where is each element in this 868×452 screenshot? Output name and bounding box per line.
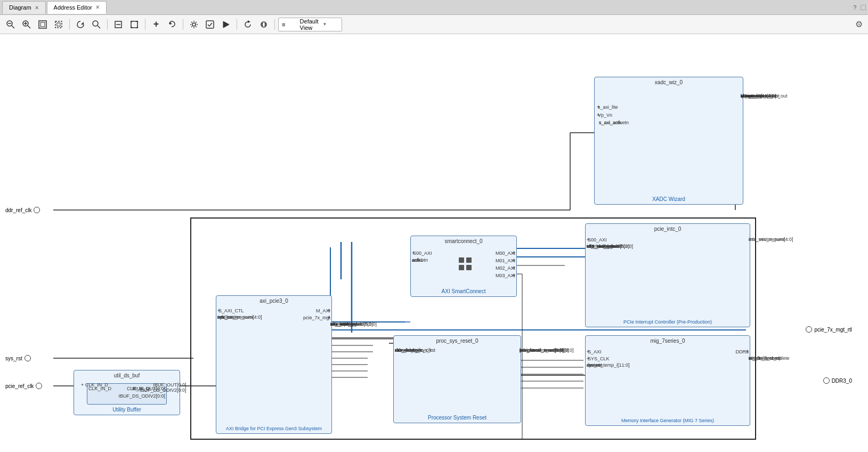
sep2: [107, 19, 108, 30]
axi-pcie3-label: axi_pcie3_0: [216, 298, 331, 304]
proc-sys-reset-title: Processor System Reset: [394, 414, 521, 422]
svg-rect-19: [206, 21, 214, 28]
expand-button[interactable]: [127, 17, 142, 32]
sys-rst-label: sys_rst: [5, 356, 22, 361]
ap-msi-vec-width: msi_vector_width[2:0]: [330, 321, 377, 327]
sc-m03-axi: M03_AXI: [496, 273, 515, 278]
add-button[interactable]: +: [149, 17, 164, 32]
zoom-area-button[interactable]: [89, 17, 104, 32]
util-ibuf-ds-odiv2: IBUF_DS_ODIV2[0:0]: [118, 393, 165, 399]
ddr3-out-label: DDR3_0: [832, 378, 852, 384]
view-dropdown-arrow: ▼: [322, 22, 338, 27]
smartconnect-title: AXI SmartConnect: [411, 287, 516, 295]
svg-rect-67: [466, 265, 472, 270]
zoom-out-button[interactable]: [3, 17, 18, 32]
ap-s-axi-ctl: S_AXI_CTL: [218, 308, 244, 313]
smartconnect-label: smartconnect_0: [411, 238, 516, 244]
util-clk-in-d-detail: + CLK_IN_D: [81, 382, 108, 388]
psr-dcm-locked: dcm_locked: [395, 348, 420, 353]
pcie-intc-title: PCIe Interrupt Controller (Pre-Productio…: [586, 318, 750, 326]
ddr-ref-clk-label: ddr_ref_clk: [5, 207, 31, 213]
xadc-wiz-label: xadc_wiz_0: [595, 79, 743, 85]
ap-pcie-7x-mgt: pcie_7x_mgt: [303, 315, 330, 320]
mig-7series-title: Memory Interface Generator (MIG 7 Series…: [586, 417, 750, 424]
properties-button[interactable]: [186, 17, 201, 32]
collapse-button[interactable]: [111, 17, 126, 32]
tab-address-editor-label: Address Editor: [54, 4, 92, 11]
ddr3-out-shape: [823, 377, 830, 384]
mig-init-calib: init_calib_complete: [749, 356, 790, 361]
sc-switch-icon: [458, 256, 473, 271]
sys-rst-shape: [25, 355, 31, 361]
proc-sys-reset-block: proc_sys_reset_0 slowest_sync_clk ext_re…: [393, 335, 521, 423]
reset-button[interactable]: [73, 17, 88, 32]
tab-diagram-close[interactable]: ✕: [35, 5, 39, 11]
view-dropdown-label: Default View: [300, 18, 319, 31]
zoom-in-button[interactable]: [19, 17, 34, 32]
view-dropdown[interactable]: ≡ Default View ▼: [278, 18, 342, 31]
xadc-s-axi-aresetn: s_axi_aresetn: [599, 120, 629, 125]
sep5: [237, 19, 237, 30]
tab-diagram[interactable]: Diagram ✕: [2, 1, 46, 14]
pcie-ref-clk-label: pcie_ref_clk: [5, 383, 34, 389]
proc-sys-reset-label: proc_sys_reset_0: [394, 338, 521, 344]
svg-rect-10: [57, 23, 60, 26]
undo-button[interactable]: [165, 17, 180, 32]
mig-7series-label: mig_7series_0: [586, 338, 750, 344]
xadc-vp-vn-port: Vp_Vn: [598, 112, 612, 118]
refresh-button[interactable]: [240, 17, 255, 32]
validate-button[interactable]: [202, 17, 217, 32]
pcie-out-shape: [806, 326, 812, 333]
pi-mis-vector-num: mis_vector_num[4:0]: [749, 237, 793, 242]
smartconnect-block: smartconnect_0 + S00_AXI aclk aclk1 ares…: [410, 236, 517, 297]
svg-point-18: [192, 23, 196, 26]
sc-m01-axi: M01_AXI: [496, 258, 515, 263]
run-button[interactable]: [218, 17, 233, 32]
svg-line-4: [28, 26, 30, 28]
axi-pcie3-block: axi_pcie3_0 + S_AXI_CTL sys_rst_n intx_m…: [216, 295, 332, 434]
tab-diagram-label: Diagram: [9, 4, 31, 11]
pcie-intc-block: pcie_intc_0 + S00_AXI user_link_up cfg_l…: [585, 223, 750, 327]
mig-7series-block: mig_7series_0 + S_AXI + SYS_CLK device_t…: [585, 335, 750, 426]
settings-gear-icon[interactable]: ⚙: [853, 17, 865, 31]
fit-selection-button[interactable]: [51, 17, 66, 32]
xadc-wiz-title: XADC Wizard: [595, 195, 743, 203]
svg-rect-16: [131, 21, 137, 28]
svg-line-1: [12, 26, 14, 28]
sc-aresetn: aresetn: [412, 257, 428, 263]
svg-point-12: [93, 21, 98, 26]
ap-m-axi: M_AXI: [316, 308, 330, 313]
svg-marker-11: [81, 22, 84, 25]
tab-address-editor-close[interactable]: ✕: [95, 4, 100, 10]
util-ibuf-out-detail: IBUF_OUT[0:0] IBUF_DS_ODIV2[0:0]: [140, 382, 186, 393]
sep4: [183, 19, 183, 30]
svg-rect-9: [55, 21, 62, 28]
axi-pcie3-title: AXI Bridge for PCI Express Gen3 Subsyste…: [216, 425, 331, 432]
mig-sys-clk: SYS_CLK: [588, 356, 610, 361]
util-ds-buf-title: Utility Buffer: [74, 406, 180, 414]
mig-aresetn: aresetn: [587, 362, 603, 368]
svg-rect-65: [466, 257, 472, 263]
help-icon[interactable]: ?: [853, 4, 856, 11]
sc-s00-axi: S00_AXI: [413, 251, 432, 256]
reconfigure-button[interactable]: [256, 17, 271, 32]
canvas-area: ddr_ref_clk sys_rst pcie_ref_clk pcie_7x…: [0, 34, 868, 452]
xadc-wiz-block: xadc_wiz_0 + s_axi_lite + Vp_Vn s_axi_ac…: [594, 77, 743, 205]
fit-all-button[interactable]: [35, 17, 50, 32]
pcie-intc-label: pcie_intc_0: [586, 226, 750, 232]
ext-port-ddr-ref-clk: ddr_ref_clk: [5, 207, 40, 213]
svg-marker-17: [169, 22, 172, 25]
svg-marker-20: [248, 20, 250, 23]
sep3: [145, 19, 145, 30]
ap-refclk: refclk: [217, 314, 229, 320]
psr-peripheral-aresetn: peripheral_aresetn[0:0]: [520, 348, 569, 353]
ddr-ref-clk-shape: [34, 207, 40, 213]
svg-rect-7: [39, 21, 46, 28]
svg-rect-8: [40, 22, 45, 27]
svg-rect-66: [459, 265, 464, 270]
util-ds-buf-label: util_ds_buf: [74, 373, 180, 378]
mig-s-axi: S_AXI: [588, 349, 602, 354]
tab-address-editor[interactable]: Address Editor ✕: [47, 1, 107, 14]
pcie-out-label: pcie_7x_mgt_rtl: [814, 327, 852, 333]
ext-port-ddr3-out: DDR3_0: [823, 377, 852, 384]
